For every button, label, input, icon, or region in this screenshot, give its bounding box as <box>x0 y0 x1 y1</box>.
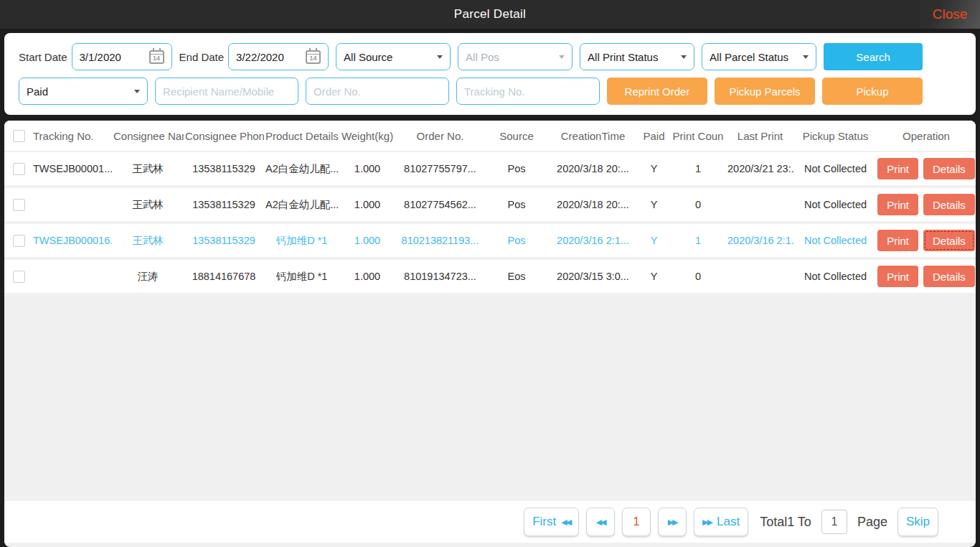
cell-product-details: A2白金幼儿配... <box>264 198 339 212</box>
cell-paid: Y <box>638 199 670 210</box>
start-date-input[interactable]: 3/1/2020 14 <box>72 43 172 70</box>
close-button[interactable]: Close <box>920 0 980 29</box>
print-button[interactable]: Print <box>877 194 918 215</box>
col-pickup-status: Pickup Status <box>794 130 877 142</box>
source-select-value: All Source <box>344 51 392 63</box>
calendar-icon[interactable]: 14 <box>149 50 164 64</box>
cell-consignee-phone: 13538115329 <box>184 235 264 246</box>
recipient-input[interactable] <box>163 85 291 98</box>
table-row[interactable]: TWSEJB00001... 王武林 13538115329 A2白金幼儿配..… <box>4 152 976 185</box>
last-page-button[interactable]: ▶▶ Last <box>694 508 748 536</box>
cell-print-count: 1 <box>670 163 726 174</box>
cell-consignee-phone: 18814167678 <box>184 271 264 282</box>
skip-button[interactable]: Skip <box>897 508 938 536</box>
last-page-label: Last <box>717 515 740 529</box>
table-row[interactable]: 王武林 13538115329 A2白金幼儿配... 1.000 8102775… <box>4 188 976 221</box>
cell-print-count: 0 <box>670 271 726 282</box>
cell-weight: 1.000 <box>339 235 395 246</box>
order-no-input[interactable] <box>314 85 441 98</box>
details-button[interactable]: Details <box>923 158 975 179</box>
reprint-order-button[interactable]: Reprint Order <box>607 78 707 105</box>
details-button[interactable]: Details <box>923 194 975 215</box>
pickup-button[interactable]: Pickup <box>822 78 923 105</box>
table-row-selected[interactable]: TWSEJB000016... 王武林 13538115329 钙加维D *1 … <box>4 224 976 257</box>
cell-source: Pos <box>485 235 548 246</box>
col-last-print: Last Print <box>726 130 794 142</box>
col-order-no: Order No. <box>395 130 485 142</box>
cell-order-no: 81019134723... <box>395 271 485 282</box>
pos-select[interactable]: All Pos <box>458 43 573 70</box>
cell-pickup-status: Not Collected <box>794 163 877 174</box>
paid-select[interactable]: Paid <box>19 78 148 105</box>
cell-weight: 1.000 <box>339 199 395 210</box>
double-arrow-left-icon: ◀◀ <box>561 518 570 527</box>
calendar-icon[interactable]: 14 <box>306 50 321 64</box>
window-title: Parcel Detail <box>454 7 526 22</box>
cell-creation-time: 2020/3/18 20:... <box>548 163 638 174</box>
filter-row-1: Start Date 3/1/2020 14 End Date 3/22/202… <box>19 43 961 70</box>
print-status-select[interactable]: All Print Status <box>580 43 694 70</box>
table-header: Tracking No. Consignee Name Consignee Ph… <box>4 121 976 151</box>
source-select[interactable]: All Source <box>336 43 451 70</box>
print-button[interactable]: Print <box>877 230 918 251</box>
cell-creation-time: 2020/3/15 3:0... <box>548 271 638 282</box>
cell-consignee-phone: 13538115329 <box>184 199 264 210</box>
order-field-wrap <box>306 78 449 105</box>
cell-print-count: 1 <box>670 235 726 246</box>
start-date-value: 3/1/2020 <box>80 51 121 63</box>
cell-last-print: 2020/3/16 2:1... <box>726 235 794 246</box>
filter-panel: Start Date 3/1/2020 14 End Date 3/22/202… <box>4 33 976 115</box>
cell-product-details: A2白金幼儿配... <box>264 162 339 176</box>
cell-consignee-phone: 13538115329 <box>184 163 264 174</box>
row-checkbox[interactable] <box>13 271 25 283</box>
chevron-down-icon <box>437 55 443 59</box>
col-weight: Weight(kg) <box>339 130 395 142</box>
cell-creation-time: 2020/3/18 20:... <box>548 199 638 210</box>
cell-consignee-name: 王武林 <box>112 198 184 212</box>
pickup-parcels-button[interactable]: Pickup Parcels <box>715 78 815 105</box>
parcel-status-select-value: All Parcel Status <box>710 51 788 63</box>
cell-consignee-name: 王武林 <box>112 162 184 176</box>
end-date-input[interactable]: 3/22/2020 14 <box>228 43 329 70</box>
start-date-label: Start Date <box>19 51 67 63</box>
cell-print-count: 0 <box>670 199 726 210</box>
first-page-button[interactable]: First ◀◀ <box>524 508 579 536</box>
cell-paid: Y <box>638 271 670 282</box>
end-date-value: 3/22/2020 <box>236 51 284 63</box>
cell-weight: 1.000 <box>339 271 395 282</box>
parcel-status-select[interactable]: All Parcel Status <box>702 43 816 70</box>
parcel-table: Tracking No. Consignee Name Consignee Ph… <box>4 121 976 547</box>
cell-source: Pos <box>485 199 548 210</box>
search-button[interactable]: Search <box>824 43 923 70</box>
select-all-checkbox[interactable] <box>13 130 25 142</box>
current-page-button[interactable]: 1 <box>622 508 651 536</box>
cell-pickup-status: Not Collected <box>794 199 877 210</box>
chevron-down-icon <box>803 55 809 59</box>
row-checkbox[interactable] <box>13 199 25 211</box>
chevron-down-icon <box>681 55 687 59</box>
row-checkbox[interactable] <box>13 235 25 247</box>
table-row[interactable]: 汪涛 18814167678 钙加维D *1 1.000 81019134723… <box>4 260 976 293</box>
double-arrow-left-icon: ◀◀ <box>596 518 606 527</box>
details-button[interactable]: Details <box>923 230 975 251</box>
col-consignee-phone: Consignee Phone <box>184 130 264 142</box>
page-label: Page <box>857 515 887 530</box>
page-number-input[interactable] <box>821 510 847 534</box>
row-checkbox[interactable] <box>13 163 25 175</box>
next-page-button[interactable]: ▶▶ <box>658 508 687 536</box>
cell-paid: Y <box>638 235 670 246</box>
col-product-details: Product Details <box>264 130 339 142</box>
prev-page-button[interactable]: ◀◀ <box>586 508 615 536</box>
cell-pickup-status: Not Collected <box>794 271 877 282</box>
print-button[interactable]: Print <box>877 266 918 287</box>
cell-consignee-name: 汪涛 <box>112 270 184 284</box>
paid-select-value: Paid <box>27 85 48 98</box>
chevron-down-icon <box>559 55 565 59</box>
print-button[interactable]: Print <box>877 158 918 179</box>
cell-source: Eos <box>485 271 548 282</box>
tracking-no-input[interactable] <box>464 85 592 98</box>
first-page-label: First <box>532 515 556 529</box>
details-button[interactable]: Details <box>923 266 975 287</box>
filter-row-2: Paid Reprint Order Pickup Parcels Pickup <box>19 78 961 105</box>
cell-order-no: 81027755797... <box>395 163 485 174</box>
